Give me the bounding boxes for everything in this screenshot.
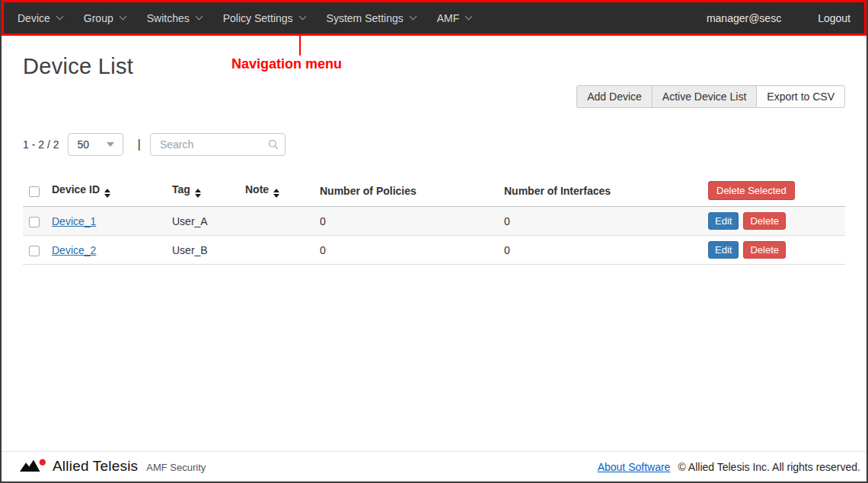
chevron-down-icon bbox=[107, 142, 114, 147]
edit-button[interactable]: Edit bbox=[708, 241, 739, 259]
col-header-label: Note bbox=[245, 183, 269, 195]
nav-item-group[interactable]: Group bbox=[84, 12, 126, 24]
product-name: AMF Security bbox=[146, 462, 206, 473]
sort-icon[interactable] bbox=[273, 189, 279, 198]
tag-cell: User_B bbox=[166, 236, 239, 265]
col-header-device-id[interactable]: Device ID bbox=[46, 177, 166, 207]
annotation-label: Navigation menu bbox=[231, 56, 342, 72]
col-header-policies: Number of Policies bbox=[314, 177, 498, 207]
search-input[interactable] bbox=[150, 133, 286, 156]
chevron-down-icon bbox=[465, 13, 473, 21]
export-to-csv-button[interactable]: Export to CSV bbox=[756, 85, 845, 108]
nav-item-system-settings[interactable]: System Settings bbox=[327, 12, 416, 24]
device-link[interactable]: Device_1 bbox=[52, 215, 96, 227]
delete-selected-button[interactable]: Delete Selected bbox=[708, 181, 795, 200]
footer-right: About Software © Allied Telesis Inc. All… bbox=[598, 461, 860, 473]
sort-icon[interactable] bbox=[195, 189, 201, 198]
table-row: Device_2 User_B 0 0 EditDelete bbox=[23, 236, 845, 265]
main-content: Device List Add Device Active Device Lis… bbox=[2, 54, 866, 265]
page-size-value: 50 bbox=[77, 138, 89, 151]
nav-item-switches[interactable]: Switches bbox=[147, 12, 202, 24]
col-header-interfaces: Number of Interfaces bbox=[498, 177, 702, 207]
active-device-list-button[interactable]: Active Device List bbox=[652, 85, 757, 108]
interfaces-cell: 0 bbox=[498, 207, 702, 236]
nav-item-label: Group bbox=[84, 12, 113, 24]
annotation-callout-line bbox=[299, 36, 301, 56]
toolbar-button-group: Add Device Active Device List Export to … bbox=[576, 85, 845, 108]
table-row: Device_1 User_A 0 0 EditDelete bbox=[23, 207, 845, 236]
policies-cell: 0 bbox=[314, 207, 498, 236]
controls-separator: | bbox=[137, 137, 140, 152]
page-size-select[interactable]: 50 bbox=[68, 133, 123, 156]
delete-button[interactable]: Delete bbox=[743, 212, 786, 230]
pagination-range: 1 - 2 / 2 bbox=[23, 138, 59, 151]
nav-item-label: Policy Settings bbox=[223, 12, 293, 24]
col-header-label: Device ID bbox=[52, 183, 100, 195]
col-header-note[interactable]: Note bbox=[239, 177, 314, 207]
chevron-down-icon bbox=[195, 13, 203, 21]
nav-menu: Device Group Switches Policy Settings Sy… bbox=[18, 12, 493, 24]
footer: Allied Telesis AMF Security About Softwa… bbox=[2, 451, 866, 481]
chevron-down-icon bbox=[56, 13, 63, 21]
table-header-row: Device ID Tag Note Number of Policies Nu… bbox=[23, 177, 845, 207]
interfaces-cell: 0 bbox=[498, 236, 702, 265]
search-icon bbox=[268, 139, 279, 153]
nav-item-label: AMF bbox=[437, 12, 460, 24]
select-all-checkbox[interactable] bbox=[29, 186, 40, 197]
add-device-button[interactable]: Add Device bbox=[576, 85, 653, 108]
col-header-actions: Delete Selected bbox=[702, 177, 845, 207]
policies-cell: 0 bbox=[314, 236, 498, 265]
about-software-link[interactable]: About Software bbox=[598, 461, 671, 473]
col-header-label: Tag bbox=[172, 183, 190, 195]
search-box bbox=[150, 133, 286, 156]
allied-telesis-logo-icon bbox=[20, 458, 47, 476]
brand-name: Allied Telesis bbox=[53, 458, 138, 475]
page-title: Device List bbox=[23, 54, 845, 79]
row-checkbox[interactable] bbox=[29, 246, 40, 256]
brand: Allied Telesis AMF Security bbox=[20, 458, 206, 476]
edit-button[interactable]: Edit bbox=[708, 212, 739, 230]
note-cell bbox=[239, 207, 314, 236]
navigation-bar: Device Group Switches Policy Settings Sy… bbox=[2, 0, 866, 36]
device-link[interactable]: Device_2 bbox=[52, 244, 96, 256]
row-checkbox[interactable] bbox=[29, 217, 40, 227]
chevron-down-icon bbox=[409, 13, 416, 21]
col-header-tag[interactable]: Tag bbox=[166, 177, 239, 207]
device-table: Device ID Tag Note Number of Policies Nu… bbox=[23, 177, 845, 265]
logout-button[interactable]: Logout bbox=[818, 12, 850, 24]
delete-button[interactable]: Delete bbox=[743, 241, 786, 259]
nav-item-label: Switches bbox=[147, 12, 190, 24]
sort-icon[interactable] bbox=[104, 189, 110, 198]
nav-item-policy-settings[interactable]: Policy Settings bbox=[223, 12, 305, 24]
nav-right: manager@sesc Logout bbox=[707, 12, 850, 24]
logged-in-user: manager@sesc bbox=[707, 12, 781, 24]
tag-cell: User_A bbox=[166, 207, 239, 236]
nav-item-label: Device bbox=[18, 12, 50, 24]
toolbar: Add Device Active Device List Export to … bbox=[23, 85, 845, 108]
nav-item-amf[interactable]: AMF bbox=[437, 12, 472, 24]
note-cell bbox=[239, 236, 314, 265]
page: Device Group Switches Policy Settings Sy… bbox=[0, 0, 868, 483]
chevron-down-icon bbox=[119, 13, 126, 21]
nav-item-device[interactable]: Device bbox=[18, 12, 62, 24]
copyright-text: © Allied Telesis Inc. All rights reserve… bbox=[678, 461, 860, 473]
list-controls: 1 - 2 / 2 50 | bbox=[23, 133, 845, 156]
nav-item-label: System Settings bbox=[327, 12, 404, 24]
chevron-down-icon bbox=[298, 13, 306, 21]
